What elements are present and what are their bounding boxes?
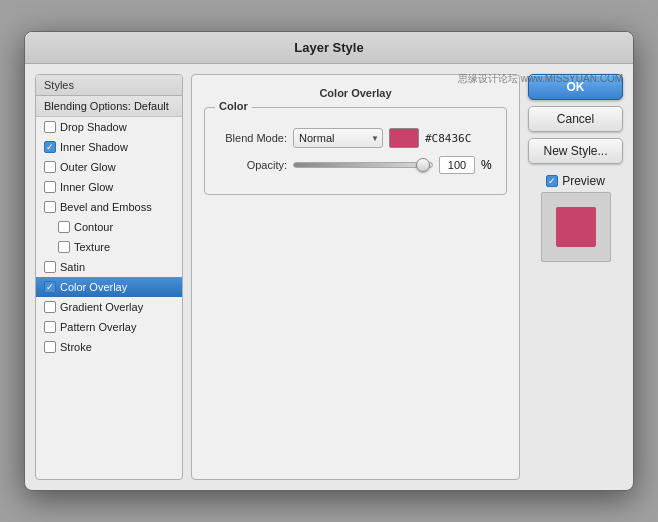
main-content-panel: Color Overlay Color Blend Mode: Normal #… (191, 74, 520, 480)
color-group: Color Blend Mode: Normal #C8436C Opacity… (204, 107, 507, 195)
sidebar-item-blending-options[interactable]: Blending Options: Default (36, 96, 182, 117)
color-hex-value: #C8436C (425, 132, 471, 145)
sidebar-item-pattern-overlay[interactable]: Pattern Overlay (36, 317, 182, 337)
preview-checkbox[interactable] (546, 175, 558, 187)
cancel-button[interactable]: Cancel (528, 106, 623, 132)
dialog-title: Layer Style (25, 32, 633, 64)
opacity-input[interactable] (439, 156, 475, 174)
styles-panel-header: Styles (36, 75, 182, 96)
sidebar-item-gradient-overlay[interactable]: Gradient Overlay (36, 297, 182, 317)
sidebar-item-contour[interactable]: Contour (36, 217, 182, 237)
preview-row: Preview (546, 174, 605, 188)
color-swatch[interactable] (389, 128, 419, 148)
sidebar-item-satin[interactable]: Satin (36, 257, 182, 277)
color-group-legend: Color (215, 100, 252, 112)
pattern-overlay-checkbox[interactable] (44, 321, 56, 333)
preview-box (541, 192, 611, 262)
sidebar-item-bevel-emboss[interactable]: Bevel and Emboss (36, 197, 182, 217)
opacity-slider-track[interactable] (293, 162, 433, 168)
stroke-checkbox[interactable] (44, 341, 56, 353)
sidebar-item-outer-glow[interactable]: Outer Glow (36, 157, 182, 177)
styles-panel: Styles Blending Options: Default Drop Sh… (35, 74, 183, 480)
layer-style-dialog: Layer Style 思缘设计论坛 www.MISSYUAN.COM Styl… (24, 31, 634, 491)
sidebar-item-inner-shadow[interactable]: Inner Shadow (36, 137, 182, 157)
blend-mode-select-wrapper[interactable]: Normal (293, 128, 383, 148)
opacity-label: Opacity: (217, 159, 287, 171)
preview-inner (556, 207, 596, 247)
blend-mode-select[interactable]: Normal (293, 128, 383, 148)
opacity-unit: % (481, 158, 492, 172)
drop-shadow-checkbox[interactable] (44, 121, 56, 133)
opacity-row: Opacity: % (217, 156, 494, 174)
blend-mode-label: Blend Mode: (217, 132, 287, 144)
gradient-overlay-checkbox[interactable] (44, 301, 56, 313)
blend-mode-row: Blend Mode: Normal #C8436C (217, 128, 494, 148)
preview-section: Preview (528, 174, 623, 262)
opacity-slider-thumb[interactable] (416, 158, 430, 172)
sidebar-item-stroke[interactable]: Stroke (36, 337, 182, 357)
sidebar-item-inner-glow[interactable]: Inner Glow (36, 177, 182, 197)
section-title: Color Overlay (204, 87, 507, 99)
sidebar-item-drop-shadow[interactable]: Drop Shadow (36, 117, 182, 137)
sidebar-item-texture[interactable]: Texture (36, 237, 182, 257)
right-panel: OK Cancel New Style... Preview (528, 74, 623, 480)
sidebar-item-color-overlay[interactable]: Color Overlay (36, 277, 182, 297)
watermark: 思缘设计论坛 www.MISSYUAN.COM (458, 72, 623, 86)
outer-glow-checkbox[interactable] (44, 161, 56, 173)
inner-shadow-checkbox[interactable] (44, 141, 56, 153)
satin-checkbox[interactable] (44, 261, 56, 273)
color-overlay-checkbox[interactable] (44, 281, 56, 293)
texture-checkbox[interactable] (58, 241, 70, 253)
bevel-emboss-checkbox[interactable] (44, 201, 56, 213)
contour-checkbox[interactable] (58, 221, 70, 233)
new-style-button[interactable]: New Style... (528, 138, 623, 164)
inner-glow-checkbox[interactable] (44, 181, 56, 193)
preview-label: Preview (562, 174, 605, 188)
